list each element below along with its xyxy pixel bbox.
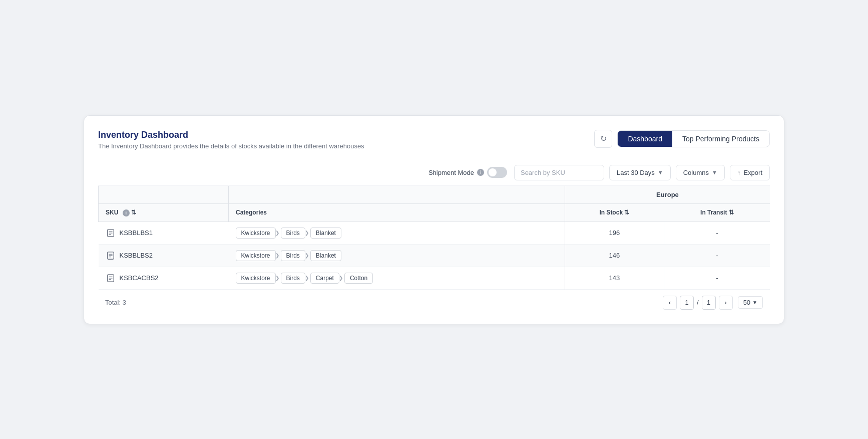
table-row: KSBBLBS1 KwickstoreBirdsBlanket196- xyxy=(99,222,770,244)
shipment-mode-toggle[interactable] xyxy=(487,167,507,178)
dashboard-container: Inventory Dashboard The Inventory Dashbo… xyxy=(84,115,784,324)
sku-cell: KSBBLBS1 xyxy=(99,222,229,244)
sku-cell: KSBCACBS2 xyxy=(99,267,229,289)
in-stock-cell: 143 xyxy=(565,267,664,289)
category-tag: Kwickstore xyxy=(236,250,276,261)
pagination-row: Total: 3 ‹ 1 / 1 › 50 ▼ xyxy=(98,290,770,312)
table-row: KSBCACBS2 KwickstoreBirdsCarpetCotton143… xyxy=(99,267,770,289)
sku-info-icon[interactable]: i xyxy=(123,209,130,216)
tab-group: Dashboard Top Performing Products xyxy=(617,130,770,147)
toggle-slider xyxy=(487,167,507,178)
columns-dropdown[interactable]: Columns ▼ xyxy=(676,165,725,180)
sku-cell: KSBBLBS2 xyxy=(99,244,229,267)
category-tag: Kwickstore xyxy=(236,273,276,284)
per-page-select[interactable]: 50 ▼ xyxy=(738,296,763,309)
page-title: Inventory Dashboard xyxy=(98,130,364,140)
inventory-table: Europe SKU i ⇅ Categories In Stock ⇅ In … xyxy=(98,186,770,290)
shipment-mode-info-icon[interactable]: i xyxy=(477,169,484,176)
header-right: ↻ Dashboard Top Performing Products xyxy=(594,130,770,148)
category-tag: Cotton xyxy=(344,273,373,284)
table-body: KSBBLBS1 KwickstoreBirdsBlanket196- KSBB… xyxy=(99,222,770,289)
search-input[interactable] xyxy=(514,165,604,180)
tab-top-performing[interactable]: Top Performing Products xyxy=(672,131,769,147)
table-wrap: Europe SKU i ⇅ Categories In Stock ⇅ In … xyxy=(98,186,770,290)
export-button[interactable]: ↑ Export xyxy=(730,165,770,180)
sku-label: SKU xyxy=(106,209,118,216)
next-page-button[interactable]: › xyxy=(719,296,733,310)
current-page: 1 xyxy=(680,296,694,310)
tab-dashboard[interactable]: Dashboard xyxy=(618,131,672,147)
table-row: KSBBLBS2 KwickstoreBirdsBlanket146- xyxy=(99,244,770,267)
sku-text: KSBBLBS2 xyxy=(120,252,153,259)
categories-cell: KwickstoreBirdsCarpetCotton xyxy=(229,267,565,289)
shipment-mode-group: Shipment Mode i xyxy=(428,167,507,178)
sku-group-header xyxy=(99,186,229,204)
page-separator: / xyxy=(697,299,699,306)
refresh-button[interactable]: ↻ xyxy=(594,130,612,148)
sku-col-header: SKU i ⇅ xyxy=(99,203,229,222)
prev-page-button[interactable]: ‹ xyxy=(663,296,677,310)
col-header-row: SKU i ⇅ Categories In Stock ⇅ In Transit… xyxy=(99,203,770,222)
group-header-row: Europe xyxy=(99,186,770,204)
categories-col-header: Categories xyxy=(229,203,565,222)
date-range-label: Last 30 Days xyxy=(617,169,655,176)
category-tag: Kwickstore xyxy=(236,228,276,239)
per-page-chevron-icon: ▼ xyxy=(752,300,757,305)
per-page-value: 50 xyxy=(743,299,750,306)
category-tag: Birds xyxy=(281,228,305,239)
export-label: Export xyxy=(743,169,762,176)
in-stock-sort-icon[interactable]: ⇅ xyxy=(624,209,629,216)
category-tag: Birds xyxy=(281,273,305,284)
total-pages: 1 xyxy=(702,296,716,310)
in-transit-cell: - xyxy=(664,267,770,289)
categories-group-header xyxy=(229,186,565,204)
sku-text: KSBBLBS1 xyxy=(120,229,153,237)
in-stock-col-header: In Stock ⇅ xyxy=(565,203,664,222)
sku-icon xyxy=(106,251,116,261)
category-tag: Carpet xyxy=(310,273,339,284)
page-subtitle: The Inventory Dashboard provides the det… xyxy=(98,142,364,150)
header-left: Inventory Dashboard The Inventory Dashbo… xyxy=(98,130,364,150)
toolbar: Shipment Mode i Last 30 Days ▼ Columns ▼… xyxy=(98,160,770,186)
in-transit-col-header: In Transit ⇅ xyxy=(664,203,770,222)
date-range-chevron-icon: ▼ xyxy=(658,169,663,175)
categories-cell: KwickstoreBirdsBlanket xyxy=(229,222,565,244)
europe-group-header: Europe xyxy=(565,186,770,204)
category-tag: Blanket xyxy=(310,250,341,261)
page-controls: ‹ 1 / 1 › xyxy=(663,296,733,310)
export-icon: ↑ xyxy=(737,169,741,176)
date-range-dropdown[interactable]: Last 30 Days ▼ xyxy=(609,165,671,180)
category-tag: Blanket xyxy=(310,228,341,239)
in-transit-sort-icon[interactable]: ⇅ xyxy=(729,209,734,216)
in-transit-cell: - xyxy=(664,244,770,267)
columns-label: Columns xyxy=(683,169,709,176)
header-row: Inventory Dashboard The Inventory Dashbo… xyxy=(98,130,770,150)
categories-cell: KwickstoreBirdsBlanket xyxy=(229,244,565,267)
sku-text: KSBCACBS2 xyxy=(120,274,159,282)
in-stock-cell: 146 xyxy=(565,244,664,267)
sku-icon xyxy=(106,273,116,283)
in-transit-cell: - xyxy=(664,222,770,244)
columns-chevron-icon: ▼ xyxy=(712,169,717,175)
in-stock-cell: 196 xyxy=(565,222,664,244)
category-tag: Birds xyxy=(281,250,305,261)
sku-icon xyxy=(106,228,116,238)
total-label: Total: 3 xyxy=(105,299,126,306)
refresh-icon: ↻ xyxy=(600,134,607,143)
sku-sort-icon[interactable]: ⇅ xyxy=(131,209,136,216)
shipment-mode-label: Shipment Mode xyxy=(428,169,474,176)
